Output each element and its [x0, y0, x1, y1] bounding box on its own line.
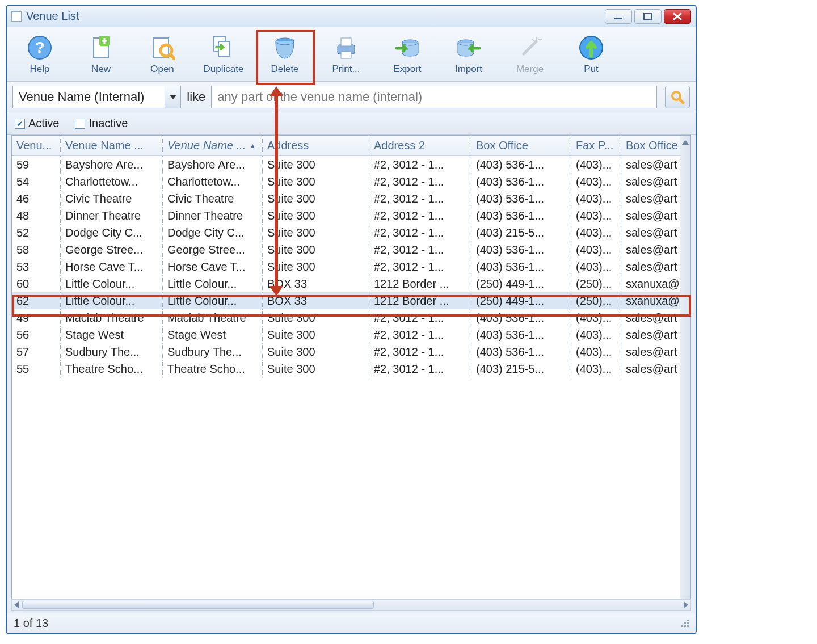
table-cell: Dodge City C... — [61, 224, 163, 241]
export-label: Export — [393, 64, 421, 75]
field-combo[interactable]: Venue Name (Internal) — [12, 86, 181, 108]
col-venue-name-external[interactable]: Venue Name ...▲ — [163, 136, 263, 155]
field-combo-button[interactable] — [165, 86, 180, 108]
table-row[interactable]: 56Stage WestStage WestSuite 300#2, 3012 … — [12, 326, 690, 343]
svg-marker-26 — [170, 95, 176, 99]
table-row[interactable]: 57Sudbury The...Sudbury The...Suite 300#… — [12, 343, 690, 360]
search-go-button[interactable] — [665, 86, 690, 108]
table-cell: 49 — [12, 309, 61, 326]
active-checkbox[interactable]: Active — [15, 117, 59, 130]
new-button[interactable]: New — [70, 29, 132, 80]
table-cell: BOX 33 — [263, 275, 369, 292]
table-cell: Horse Cave T... — [163, 258, 263, 275]
table-cell: Suite 300 — [263, 224, 369, 241]
table-cell: (403) 536-1... — [471, 258, 571, 275]
close-button[interactable] — [664, 9, 691, 24]
inactive-checkbox[interactable]: Inactive — [75, 117, 128, 130]
table-cell: sales@art — [621, 309, 688, 326]
table-cell: (403) 536-1... — [471, 173, 571, 190]
table-cell: (403) 536-1... — [471, 156, 571, 173]
table-cell: 58 — [12, 241, 61, 258]
table-cell: 59 — [12, 156, 61, 173]
merge-label: Merge — [516, 64, 544, 75]
trash-icon — [271, 34, 298, 61]
table-cell: Suite 300 — [263, 190, 369, 207]
scroll-thumb[interactable] — [22, 601, 374, 609]
table-cell: 1212 Border ... — [369, 292, 471, 309]
table-cell: sales@art — [621, 326, 688, 343]
wand-icon — [516, 34, 544, 61]
table-row[interactable]: 53Horse Cave T...Horse Cave T...Suite 30… — [12, 258, 690, 275]
col-fax-phone[interactable]: Fax P... — [571, 136, 621, 155]
vertical-scrollbar[interactable] — [680, 136, 690, 599]
table-cell: #2, 3012 - 1... — [369, 343, 471, 360]
table-cell: Dinner Theatre — [163, 207, 263, 224]
table-cell: (403) 536-1... — [471, 343, 571, 360]
import-button[interactable]: Import — [438, 29, 499, 80]
scroll-right-icon[interactable] — [684, 601, 688, 608]
table-cell: #2, 3012 - 1... — [369, 258, 471, 275]
table-cell: (403)... — [571, 326, 621, 343]
col-box-office-email[interactable]: Box Office E — [621, 136, 688, 155]
open-button[interactable]: Open — [132, 29, 193, 80]
table-row[interactable]: 49Maclab TheatreMaclab TheatreSuite 300#… — [12, 309, 690, 326]
print-icon — [332, 34, 360, 61]
col-venue-id[interactable]: Venu... — [12, 136, 61, 155]
table-cell: (403)... — [571, 190, 621, 207]
checkbox-unchecked-icon — [75, 119, 85, 129]
filter-bar: Venue Name (Internal) like — [7, 82, 696, 112]
table-row[interactable]: 55Theatre Scho...Theatre Scho...Suite 30… — [12, 360, 690, 377]
maximize-button[interactable] — [634, 9, 662, 24]
col-box-office[interactable]: Box Office — [471, 136, 571, 155]
table-row[interactable]: 59Bayshore Are...Bayshore Are...Suite 30… — [12, 156, 690, 173]
table-row[interactable]: 60Little Colour...Little Colour...BOX 33… — [12, 275, 690, 292]
svg-rect-15 — [341, 38, 351, 46]
table-row[interactable]: 58George Stree...George Stree...Suite 30… — [12, 241, 690, 258]
help-button[interactable]: ? Help — [9, 29, 70, 80]
table-cell: #2, 3012 - 1... — [369, 309, 471, 326]
maximize-icon — [642, 12, 654, 20]
scroll-left-icon[interactable] — [14, 601, 19, 608]
table-row[interactable]: 46Civic TheatreCivic TheatreSuite 300#2,… — [12, 190, 690, 207]
table-cell: Suite 300 — [263, 241, 369, 258]
table-cell: Charlottetow... — [163, 173, 263, 190]
resize-grip-icon[interactable] — [681, 620, 689, 627]
table-cell: sales@art — [621, 207, 688, 224]
table-cell: Suite 300 — [263, 360, 369, 377]
table-cell: George Stree... — [61, 241, 163, 258]
minimize-icon — [613, 13, 624, 20]
put-label: Put — [584, 64, 599, 75]
put-button[interactable]: Put — [561, 29, 622, 80]
table-row[interactable]: 54Charlottetow...Charlottetow...Suite 30… — [12, 173, 690, 190]
merge-button[interactable]: Merge — [499, 29, 561, 80]
print-button[interactable]: Print... — [315, 29, 377, 80]
table-cell: Suite 300 — [263, 309, 369, 326]
table-cell: Little Colour... — [163, 275, 263, 292]
table-cell: (403)... — [571, 207, 621, 224]
table-cell: sales@art — [621, 173, 688, 190]
duplicate-icon — [210, 34, 237, 61]
col-address-2[interactable]: Address 2 — [369, 136, 471, 155]
table-row[interactable]: 52Dodge City C...Dodge City C...Suite 30… — [12, 224, 690, 241]
status-text: 1 of 13 — [14, 617, 48, 630]
search-input[interactable] — [211, 86, 657, 108]
horizontal-scrollbar[interactable] — [11, 599, 691, 611]
table-cell: (403)... — [571, 173, 621, 190]
scroll-track[interactable] — [22, 601, 680, 609]
duplicate-button[interactable]: Duplicate — [193, 29, 254, 80]
table-cell: Suite 300 — [263, 343, 369, 360]
table-row[interactable]: 48Dinner TheatreDinner TheatreSuite 300#… — [12, 207, 690, 224]
delete-button[interactable]: Delete — [254, 29, 315, 80]
table-row[interactable]: 62Little Colour...Little Colour...BOX 33… — [12, 292, 690, 309]
col-venue-name-internal[interactable]: Venue Name ... — [61, 136, 163, 155]
scroll-up-icon[interactable] — [682, 140, 689, 145]
table-cell: Suite 300 — [263, 326, 369, 343]
table-cell: (403)... — [571, 343, 621, 360]
window-controls — [605, 9, 691, 24]
table-cell: Maclab Theatre — [61, 309, 163, 326]
minimize-button[interactable] — [605, 9, 632, 24]
table-cell: (403) 215-5... — [471, 224, 571, 241]
col-address[interactable]: Address — [263, 136, 369, 155]
svg-line-21 — [524, 41, 536, 54]
export-button[interactable]: Export — [377, 29, 438, 80]
